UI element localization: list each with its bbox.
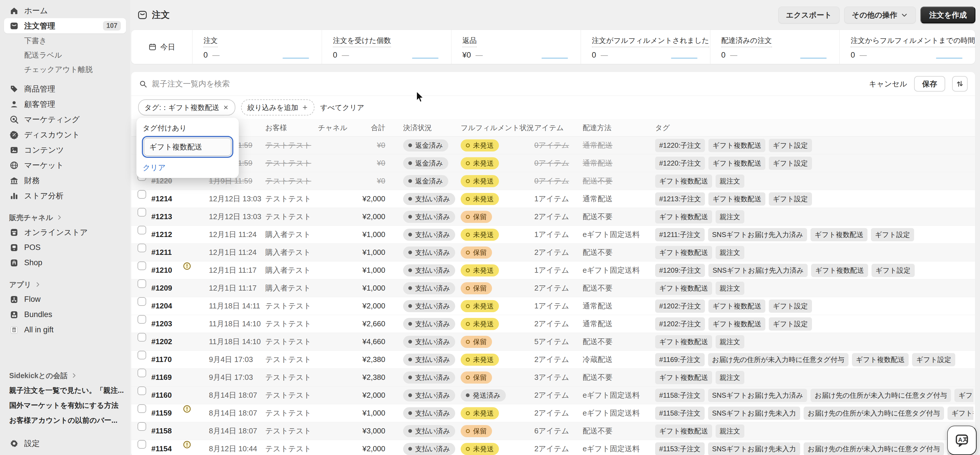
sidebar-section-header-sales-channels[interactable]: 販売チャネル — [4, 210, 126, 225]
metric-delta: — — [730, 51, 737, 59]
translate-widget-button[interactable]: A — [947, 426, 977, 455]
export-button[interactable]: エクスポート — [778, 6, 840, 23]
sidebar-item-label: 財務 — [24, 176, 40, 186]
row-checkbox[interactable] — [138, 244, 146, 252]
sidekick-conversations-header[interactable]: Sidekickとの会話 — [4, 368, 126, 383]
sidebar-item-settings[interactable]: 設定 — [4, 436, 126, 451]
payment-status-badge: 支払い済み — [403, 282, 455, 294]
save-button[interactable]: 保存 — [914, 76, 945, 92]
table-row[interactable]: #12211月9日 11:59テストテスト¥0返金済み未発送0アイテム通常配送#… — [131, 154, 975, 172]
table-row[interactable]: #11709月4日 17:03テストテスト¥2,380支払い済み未発送2アイテム… — [131, 351, 975, 369]
customer-name: 購入者テスト — [265, 226, 311, 243]
close-icon[interactable] — [223, 104, 229, 110]
table-row[interactable]: #120912月1日 11:17購入者テスト¥1,000支払い済み保留2アイテム… — [131, 279, 975, 297]
row-checkbox[interactable] — [138, 333, 146, 342]
add-filter-chip[interactable]: 絞り込みを追加 — [241, 99, 315, 115]
sidebar-item-content[interactable]: コンテンツ — [4, 142, 126, 158]
row-checkbox[interactable] — [138, 297, 146, 306]
row-checkbox[interactable] — [138, 369, 146, 377]
table-row[interactable]: #121312月12日 13:03テストテスト¥2,000支払い済み保留2アイテ… — [131, 208, 975, 226]
sidebar-item-pos[interactable]: POS — [4, 240, 126, 255]
metric-orders[interactable]: 注文0— — [192, 30, 322, 64]
sidebar-item-discounts[interactable]: ディスカウント — [4, 127, 126, 142]
table-row[interactable]: #11598月14日 18:07テストテスト¥1,000支払い済み未発送2アイテ… — [131, 404, 975, 422]
table-row[interactable]: #11699月4日 17:03テストテスト¥2,380支払い済み保留3アイテム配… — [131, 369, 975, 386]
table-row[interactable]: #11588月14日 18:07テストテスト¥3,000支払い済み保留6アイテム… — [131, 422, 975, 440]
table-row[interactable]: #120211月18日 14:10テストテスト¥4,660支払い済み保留5アイテ… — [131, 333, 975, 351]
search-input[interactable]: 親子注文一覧内を検索 — [152, 78, 230, 89]
table-row[interactable]: #120411月18日 14:11テストテスト¥2,000支払い済み未発送1アイ… — [131, 297, 975, 315]
metric-time-to-fulfillment[interactable]: 注文からフルフィルメントまでの時間0— — [839, 30, 975, 64]
metric-value: 0 — [851, 51, 855, 60]
clear-all-filters-button[interactable]: すべてクリア — [320, 103, 364, 112]
sidekick-conversation-item[interactable]: 国外マーケットを有効にする方法 — [4, 398, 126, 413]
tag-filter-input[interactable]: ギフト複数配送 — [144, 138, 231, 156]
date-range-selector[interactable]: 今日 — [131, 30, 192, 64]
tag-filter-clear-link[interactable]: クリア — [143, 163, 166, 173]
status-circle-icon — [466, 429, 470, 433]
row-checkbox[interactable] — [138, 262, 146, 270]
table-row[interactable]: #120311月18日 14:10テストテスト¥2,660支払い済み未発送2アイ… — [131, 315, 975, 333]
applied-filter-chip[interactable]: タグ:：ギフト複数配送 — [138, 99, 235, 115]
create-order-button[interactable]: 注文を作成 — [920, 6, 975, 23]
sidebar-item-shipping-labels[interactable]: 配送ラベル — [4, 48, 126, 62]
status-circle-icon — [466, 215, 470, 219]
table-row[interactable]: #121012月1日 11:17購入者テスト¥1,000支払い済み未発送1アイテ… — [131, 262, 975, 279]
metric-orders-fulfilled[interactable]: 注文がフルフィルメントされました0— — [581, 30, 710, 64]
table-row[interactable]: #11548月12日 10:44テストテスト¥2,000支払い済み未発送2アイテ… — [131, 440, 975, 455]
row-checkbox[interactable] — [138, 351, 146, 359]
cancel-button[interactable]: キャンセル — [869, 79, 907, 89]
row-checkbox[interactable] — [138, 190, 146, 199]
table-row[interactable]: #11608月14日 18:07テストテスト¥2,000支払い済み発送済み2アイ… — [131, 386, 975, 404]
sidebar-item-orders[interactable]: 注文管理107 — [4, 18, 126, 34]
sidebar-item-checkout-abandonment[interactable]: チェックアウト離脱 — [4, 62, 126, 77]
sidebar-item-home[interactable]: ホーム — [4, 3, 126, 18]
metric-value: ¥0 — [462, 51, 471, 60]
fulfillment-status-badge: 保留 — [461, 425, 492, 437]
row-checkbox[interactable] — [138, 404, 146, 413]
sidebar-section-header-apps[interactable]: アプリ — [4, 277, 126, 292]
row-checkbox[interactable] — [138, 226, 146, 235]
metric-orders-delivered[interactable]: 配達済みの注文0— — [710, 30, 840, 64]
search-icon — [139, 80, 147, 88]
sidebar-item-finance[interactable]: 財務 — [4, 173, 126, 188]
sidebar-item-customers[interactable]: 顧客管理 — [4, 96, 126, 112]
order-date: 12月1日 11:17 — [209, 262, 257, 279]
search-bar[interactable]: 親子注文一覧内を検索 キャンセル 保存 — [131, 72, 975, 96]
fulfillment-status-badge: 保留 — [461, 211, 492, 223]
sidebar-item-online-store[interactable]: オンラインストア — [4, 225, 126, 240]
sidebar-item-label: 商品管理 — [24, 84, 55, 94]
table-row[interactable]: #121212月1日 11:24購入者テスト¥1,000支払い済み未発送1アイテ… — [131, 226, 975, 244]
row-checkbox[interactable] — [138, 422, 146, 431]
row-checkbox[interactable] — [138, 315, 146, 324]
row-checkbox[interactable] — [138, 440, 146, 449]
row-checkbox[interactable] — [138, 386, 146, 395]
metric-items-ordered[interactable]: 注文を受けた個数0— — [322, 30, 451, 64]
sidebar-item-all-in-gift[interactable]: All in gift — [4, 322, 126, 337]
sidebar-item-products[interactable]: 商品管理 — [4, 81, 126, 96]
payment-status-label: 支払い済み — [415, 355, 450, 364]
payment-status-badge: 支払い済み — [403, 425, 455, 437]
sidebar-item-label: ホーム — [24, 5, 48, 16]
sort-button[interactable] — [952, 76, 967, 92]
sidebar-item-bundles[interactable]: Bundles — [4, 307, 126, 322]
orders-card: 親子注文一覧内を検索 キャンセル 保存 タグ:：ギフト複数配送 絞り込みを追加 … — [131, 72, 975, 455]
sidebar-item-shop[interactable]: Shop — [4, 255, 126, 270]
tags-cell: ギフト複数配送親注文 — [655, 422, 974, 440]
table-row[interactable]: #12201月9日 11:59テストテスト¥0返金済み未発送0アイテム配送不要ギ… — [131, 172, 975, 190]
metric-returns[interactable]: 返品¥0— — [451, 30, 581, 64]
status-circle-icon — [466, 161, 470, 165]
table-row[interactable]: #121112月1日 11:24購入者テスト¥1,000支払い済み保留2アイテム… — [131, 244, 975, 262]
sidebar-item-flow[interactable]: Flow — [4, 292, 126, 307]
row-checkbox[interactable] — [138, 279, 146, 288]
table-row[interactable]: #121412月12日 13:03テストテスト¥2,000支払い済み未発送1アイ… — [131, 190, 975, 208]
sidebar-item-marketing[interactable]: マーケティング — [4, 112, 126, 127]
sidebar-item-drafts[interactable]: 下書き — [4, 34, 126, 48]
row-checkbox[interactable] — [138, 208, 146, 217]
sidekick-conversation-item[interactable]: 親子注文を一覧で見たい。「親注... — [4, 383, 126, 398]
sidebar-item-markets[interactable]: マーケット — [4, 158, 126, 173]
sidebar-item-analytics[interactable]: ストア分析 — [4, 188, 126, 203]
sidekick-conversation-item[interactable]: お客様アカウントの以前のバー... — [4, 413, 126, 428]
table-row[interactable]: #12221月9日 11:59テストテスト¥0返金済み未発送0アイテム通常配送#… — [131, 136, 975, 154]
more-actions-button[interactable]: その他の操作 — [844, 6, 916, 23]
